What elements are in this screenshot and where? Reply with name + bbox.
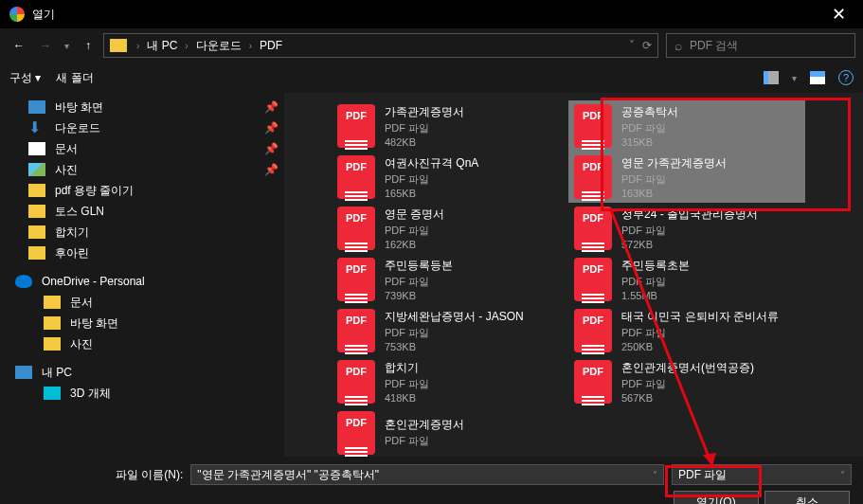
sidebar-item[interactable]: 토스 GLN <box>0 201 284 222</box>
folder-icon <box>28 225 45 239</box>
file-area[interactable]: PDF가족관계증명서PDF 파일482KBPDF공증촉탁서PDF 파일315KB… <box>284 93 863 457</box>
nav-history-dropdown[interactable]: ▾ <box>61 41 73 51</box>
pin-icon: 📌 <box>264 142 279 155</box>
file-type: PDF 파일 <box>385 377 429 391</box>
sidebar-item[interactable]: 다운로드📌 <box>0 117 284 138</box>
chevron-down-icon[interactable]: ˅ <box>840 470 845 480</box>
pdf-icon: PDF <box>574 155 612 199</box>
sidebar-item[interactable]: 사진 <box>0 333 284 354</box>
sidebar-item[interactable]: 문서📌 <box>0 138 284 159</box>
sidebar-item-label: 문서 <box>70 295 279 311</box>
file-item[interactable]: PDF주민등록초본PDF 파일1.55MB <box>568 254 805 305</box>
file-item[interactable]: PDF지방세완납증명서 - JASONPDF 파일753KB <box>332 305 568 356</box>
file-size: 739KB <box>385 290 453 301</box>
breadcrumb-segment[interactable]: 내 PC <box>145 36 179 56</box>
folder-icon <box>28 205 45 218</box>
file-name: 영문 가족관계증명서 <box>621 155 727 171</box>
file-type: PDF 파일 <box>385 434 464 448</box>
breadcrumb-segment[interactable]: 다운로드 <box>194 36 243 56</box>
file-size: 567KB <box>621 392 754 404</box>
open-button[interactable]: 열기(O) <box>674 491 759 504</box>
close-icon[interactable]: ✕ <box>824 4 854 25</box>
pdf-icon: PDF <box>337 155 375 199</box>
file-size: 482KB <box>385 136 464 148</box>
file-type-filter[interactable]: PDF 파일 ˅ <box>672 464 852 485</box>
file-name: 정부24 - 출입국관리증명서 <box>621 207 758 223</box>
pdf-icon: PDF <box>337 309 375 352</box>
help-icon[interactable]: ? <box>838 70 854 85</box>
nav-up-icon[interactable]: ↑ <box>77 34 99 57</box>
filename-input[interactable]: "영문 가족관계증명서" "공증촉탁서" ˅ <box>190 464 664 485</box>
file-type: PDF 파일 <box>385 224 444 238</box>
address-bar[interactable]: › 내 PC › 다운로드 › PDF ˅ ⟳ <box>103 33 658 58</box>
file-item[interactable]: PDF공증촉탁서PDF 파일315KB <box>568 100 805 152</box>
sidebar: 바탕 화면📌다운로드📌문서📌사진📌pdf 용량 줄이기토스 GLN합치기후아린O… <box>0 93 284 457</box>
file-item[interactable]: PDF영문 증명서PDF 파일162KB <box>332 203 568 254</box>
view-list-icon[interactable] <box>764 71 779 84</box>
photo-icon <box>28 163 45 176</box>
file-size: 250KB <box>621 341 779 352</box>
file-type: PDF 파일 <box>621 224 758 238</box>
file-type: PDF 파일 <box>621 326 779 340</box>
file-item[interactable]: PDF가족관계증명서PDF 파일482KB <box>332 100 568 152</box>
view-preview-icon[interactable] <box>810 71 825 84</box>
file-item[interactable]: PDF혼인관계증명서(번역공증)PDF 파일567KB <box>568 356 805 407</box>
new-folder-button[interactable]: 새 폴더 <box>56 70 93 86</box>
file-item[interactable]: PDF영문 가족관계증명서PDF 파일163KB <box>568 152 805 203</box>
sidebar-item-label: OneDrive - Personal <box>42 275 279 288</box>
sidebar-item-label: pdf 용량 줄이기 <box>55 183 279 199</box>
chevron-right-icon[interactable]: › <box>181 41 191 51</box>
chevron-down-icon[interactable]: ˅ <box>653 470 657 480</box>
doc-icon <box>28 142 45 155</box>
file-type: PDF 파일 <box>621 121 678 135</box>
file-size: 572KB <box>621 239 758 250</box>
sidebar-item-onedrive[interactable]: OneDrive - Personal <box>0 271 284 292</box>
navbar: ← → ▾ ↑ › 내 PC › 다운로드 › PDF ˅ ⟳ ⌕ PDF 검색 <box>0 28 863 63</box>
sidebar-item[interactable]: 바탕 화면 <box>0 313 284 333</box>
folder-icon <box>44 296 61 309</box>
sidebar-item[interactable]: 후아린 <box>0 243 284 263</box>
file-item[interactable]: PDF주민등록등본PDF 파일739KB <box>332 254 568 305</box>
organize-button[interactable]: 구성 ▾ <box>9 70 41 86</box>
pdf-icon: PDF <box>337 360 375 404</box>
file-item[interactable]: PDF태국 이민국 은퇴비자 준비서류PDF 파일250KB <box>568 305 805 356</box>
file-name: 합치기 <box>385 360 429 376</box>
search-placeholder: PDF 검색 <box>690 38 738 54</box>
file-type: PDF 파일 <box>385 172 478 187</box>
folder-icon <box>44 337 61 351</box>
sidebar-item-3d[interactable]: 3D 개체 <box>0 383 284 404</box>
nav-back-icon[interactable]: ← <box>8 34 30 57</box>
file-item[interactable]: PDF혼인관계증명서PDF 파일 <box>332 407 568 457</box>
file-type: PDF 파일 <box>621 275 690 289</box>
sidebar-item-pc[interactable]: 내 PC <box>0 362 284 383</box>
pdf-icon: PDF <box>574 258 612 301</box>
file-name: 가족관계증명서 <box>385 104 464 120</box>
sidebar-item-label: 바탕 화면 <box>55 99 264 116</box>
breadcrumb-segment[interactable]: PDF <box>258 37 284 54</box>
pdf-icon: PDF <box>574 309 612 352</box>
search-input[interactable]: ⌕ PDF 검색 <box>666 33 855 58</box>
view-dropdown-icon[interactable]: ▾ <box>792 73 797 83</box>
pdf-icon: PDF <box>574 104 612 148</box>
address-dropdown-icon[interactable]: ˅ <box>629 39 635 52</box>
sidebar-item[interactable]: 합치기 <box>0 222 284 243</box>
bottom-panel: 파일 이름(N): "영문 가족관계증명서" "공증촉탁서" ˅ PDF 파일 … <box>0 457 863 504</box>
cancel-button[interactable]: 취소 <box>764 491 850 504</box>
file-size: 418KB <box>385 392 429 404</box>
chevron-right-icon[interactable]: › <box>133 41 143 51</box>
sidebar-item[interactable]: pdf 용량 줄이기 <box>0 180 284 201</box>
sidebar-item[interactable]: 사진📌 <box>0 159 284 180</box>
sidebar-item[interactable]: 바탕 화면📌 <box>0 97 284 117</box>
file-item[interactable]: PDF정부24 - 출입국관리증명서PDF 파일572KB <box>568 203 805 254</box>
chevron-right-icon[interactable]: › <box>245 41 256 51</box>
pin-icon: 📌 <box>264 100 279 114</box>
pc-icon <box>15 366 32 379</box>
file-item[interactable]: PDF여권사진규격 QnAPDF 파일165KB <box>332 152 568 203</box>
refresh-icon[interactable]: ⟳ <box>642 39 652 52</box>
folder-icon <box>44 316 61 330</box>
sidebar-item-label: 합치기 <box>55 225 279 241</box>
file-item[interactable]: PDF합치기PDF 파일418KB <box>332 356 568 407</box>
sidebar-item[interactable]: 문서 <box>0 292 284 313</box>
nav-forward-icon[interactable]: → <box>34 34 57 57</box>
chrome-icon <box>9 7 25 22</box>
